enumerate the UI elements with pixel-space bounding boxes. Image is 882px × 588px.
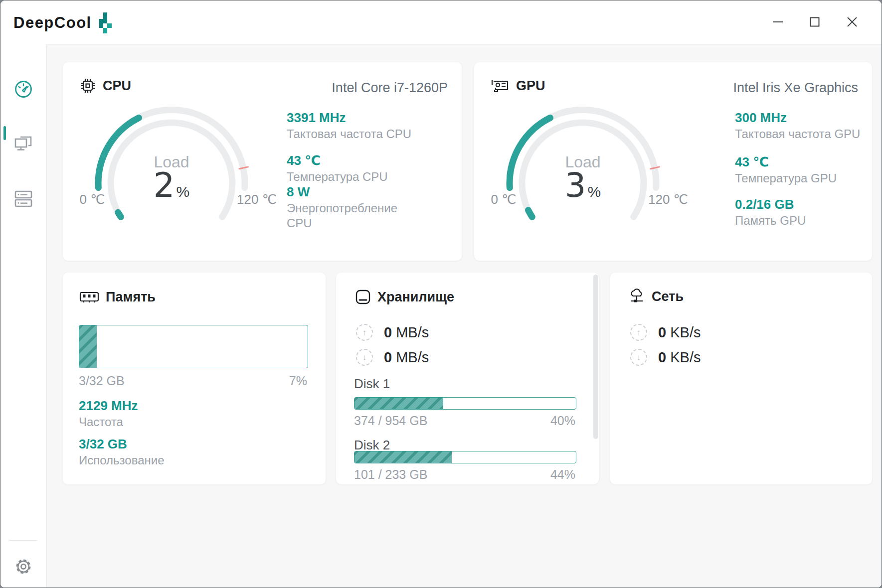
sidebar-item-displays[interactable]: [0, 130, 46, 158]
memory-usage-bar: [79, 325, 308, 368]
sidebar-item-settings[interactable]: [0, 553, 46, 581]
close-button[interactable]: [841, 10, 864, 33]
gpu-temp-stat: 43 ℃ Температура GPU: [735, 155, 865, 186]
arrow-up-icon: ↑: [630, 324, 647, 341]
app-window: DeepCool: [0, 0, 882, 588]
title-bar: DeepCool: [0, 0, 882, 44]
sidebar: [0, 44, 47, 588]
disk2-percent-label: 44%: [526, 467, 575, 482]
network-download-row: ↓ 0 KB/s: [630, 349, 701, 366]
brand-wordmark: DeepCool: [13, 14, 92, 32]
cpu-load-value: 2%: [97, 169, 246, 202]
memory-percent-label: 7%: [227, 374, 307, 388]
network-card: Сеть ↑ 0 KB/s ↓ 0 KB/s: [610, 273, 872, 484]
storage-card-title: Хранилище: [377, 290, 454, 305]
disk1-used-label: 374 / 954 GB: [354, 414, 427, 428]
storage-card: Хранилище ↑ 0 MB/s ↓ 0 MB/s Disk 1 374 /…: [336, 273, 599, 484]
storage-write-row: ↑ 0 MB/s: [356, 324, 429, 341]
disk2-used-label: 101 / 233 GB: [354, 467, 427, 482]
brand-logo: DeepCool: [13, 11, 113, 34]
memory-card: Память 3/32 GB 7% 2129 MHz Частота 3/32 …: [63, 273, 326, 484]
disk2-usage-bar: [354, 451, 576, 463]
cpu-power-stat: 8 W Энергопотребление CPU: [287, 185, 406, 231]
sidebar-item-dashboard[interactable]: [0, 75, 46, 103]
network-card-title: Сеть: [652, 289, 684, 304]
server-stack-icon: [13, 189, 33, 208]
memory-usage-stat: 3/32 GB Использование: [79, 437, 228, 468]
monitor-icon: [13, 135, 33, 153]
sidebar-item-devices[interactable]: [0, 185, 46, 213]
cpu-gauge-max: 120 ℃: [234, 192, 279, 207]
cpu-device-name: Intel Core i7-1260P: [332, 80, 448, 96]
network-upload-row: ↑ 0 KB/s: [630, 324, 701, 341]
dashboard-content: CPU Intel Core i7-1260P Load 2% 0 ℃ 120 …: [47, 44, 882, 588]
gear-icon: [13, 557, 33, 577]
ram-icon: [79, 291, 99, 304]
memory-frequency-stat: 2129 MHz Частота: [79, 399, 228, 430]
network-cloud-icon: [628, 288, 645, 305]
arrow-down-icon: ↓: [356, 349, 373, 366]
gpu-gauge-min: 0 ℃: [481, 192, 526, 207]
deepcool-plus-icon: [97, 11, 113, 34]
cpu-clock-stat: 3391 MHz Тактовая частота CPU: [287, 111, 421, 142]
cpu-temp-stat: 43 ℃ Температура CPU: [287, 153, 421, 184]
gpu-gauge-max: 120 ℃: [646, 192, 691, 207]
disk1-usage-bar: [354, 397, 576, 410]
arrow-up-icon: ↑: [356, 324, 373, 341]
cpu-gauge-min: 0 ℃: [70, 192, 115, 207]
gpu-clock-stat: 300 MHz Тактовая частота GPU: [735, 111, 865, 142]
maximize-button[interactable]: [803, 10, 826, 33]
memory-used-label: 3/32 GB: [79, 374, 125, 388]
storage-read-row: ↓ 0 MB/s: [356, 349, 429, 366]
disk1-percent-label: 40%: [526, 414, 575, 428]
sidebar-divider: [9, 540, 37, 541]
gpu-card: GPU Intel Iris Xe Graphics Load 3% 0 ℃ 1…: [474, 62, 872, 261]
disk1-name: Disk 1: [354, 376, 390, 392]
drive-icon: [355, 289, 371, 305]
gauge-icon: [14, 80, 33, 99]
gpu-device-name: Intel Iris Xe Graphics: [733, 80, 858, 96]
gpu-load-value: 3%: [508, 169, 658, 202]
memory-card-title: Память: [106, 290, 156, 305]
storage-scrollbar[interactable]: [593, 275, 598, 439]
gpu-memory-stat: 0.2/16 GB Память GPU: [735, 197, 865, 228]
arrow-down-icon: ↓: [630, 349, 647, 366]
cpu-card: CPU Intel Core i7-1260P Load 2% 0 ℃ 120 …: [63, 62, 462, 261]
minimize-button[interactable]: [766, 10, 789, 33]
